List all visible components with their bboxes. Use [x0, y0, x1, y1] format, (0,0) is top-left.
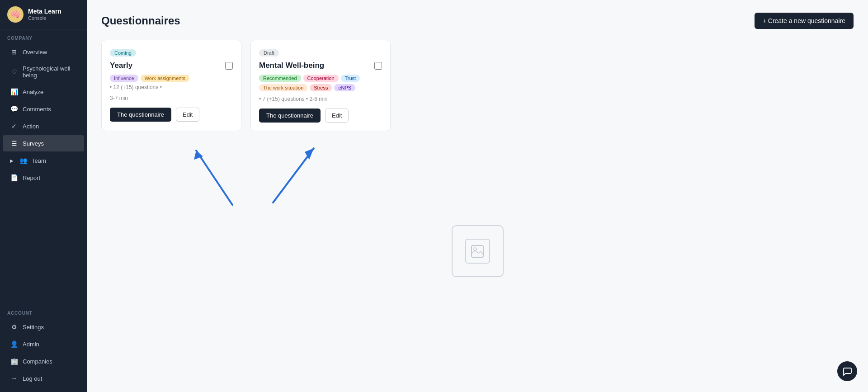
card-title-mental: Mental Well-being: [259, 61, 324, 70]
action-icon: ✓: [10, 122, 18, 130]
analyze-icon: 📊: [10, 88, 18, 96]
bullet: •: [110, 84, 113, 90]
questions-info-mental: 7 (+15) questions: [263, 96, 305, 102]
placeholder-area: [101, 225, 854, 277]
svg-point-5: [474, 248, 476, 250]
section-label-company: COMPANY: [0, 29, 87, 43]
sidebar-item-analyze[interactable]: 📊 Analyze: [3, 84, 84, 100]
card-actions-yearly: The questionnaire Edit: [110, 108, 233, 122]
placeholder-icon: [465, 239, 490, 264]
sidebar-item-label: Comments: [23, 106, 51, 113]
comments-icon: 💬: [10, 105, 18, 113]
card-status-yearly: Coming: [110, 48, 233, 57]
sidebar-item-label: Log out: [23, 375, 42, 382]
sidebar-item-label: Overview: [23, 49, 47, 56]
sidebar-item-label: Surveys: [23, 140, 44, 147]
bullet2-mental: •: [306, 96, 310, 102]
sidebar-item-overview[interactable]: ⊞ Overview: [3, 44, 84, 60]
sidebar-item-label: Report: [23, 175, 40, 181]
team-icon: 👥: [19, 156, 27, 165]
main-content: Questionnaires + Create a new questionna…: [87, 0, 868, 392]
arrows-annotation: [101, 135, 440, 216]
sidebar-item-label: Admin: [23, 341, 39, 348]
logo-avatar: 🧠: [7, 6, 24, 23]
app-subtitle: Console: [28, 15, 61, 21]
tag-influence: Influence: [110, 75, 138, 82]
status-badge-coming: Coming: [110, 49, 136, 57]
psychological-icon: ♡: [10, 68, 18, 76]
card-title-row-yearly: Yearly: [110, 61, 233, 70]
questions-info-yearly: 12 (+15) questions: [113, 84, 159, 90]
bullet-mental: •: [259, 96, 263, 102]
card-checkbox-yearly[interactable]: [225, 62, 233, 70]
sidebar-item-label: Analyze: [23, 89, 43, 95]
questionnaire-button-mental[interactable]: The questionnaire: [259, 109, 321, 123]
arrows-svg: [101, 135, 440, 216]
sidebar-item-team[interactable]: ▶ 👥 Team: [3, 152, 84, 169]
sidebar-item-report[interactable]: 📄 Report: [3, 170, 84, 186]
card-checkbox-mental[interactable]: [374, 62, 382, 70]
tag-work-situation: The work situation: [259, 84, 307, 91]
tag-cooperation: Cooperation: [303, 75, 339, 82]
sidebar-item-settings[interactable]: ⚙ Settings: [3, 319, 84, 335]
card-tags-mental: Recommended Cooperation Trust The work s…: [259, 75, 382, 91]
admin-icon: 👤: [10, 340, 18, 348]
card-title-yearly: Yearly: [110, 61, 132, 70]
tag-recommended: Recommended: [259, 75, 301, 82]
time-info-mental: 2-6 min: [310, 96, 328, 102]
svg-rect-4: [472, 246, 483, 257]
tag-work-assignments: Work assignments: [141, 75, 189, 82]
sidebar-item-label: Psychological well-being: [23, 65, 77, 79]
surveys-icon: ☰: [10, 139, 18, 147]
card-status-mental: Draft: [259, 48, 382, 57]
sidebar-item-logout[interactable]: → Log out: [3, 370, 84, 387]
tag-trust: Trust: [341, 75, 360, 82]
questionnaire-card-yearly: Coming Yearly Influence Work assignments…: [101, 40, 241, 131]
sidebar-item-label: Action: [23, 123, 39, 130]
settings-icon: ⚙: [10, 323, 18, 331]
sidebar-item-label: Companies: [23, 358, 52, 365]
page-header: Questionnaires + Create a new questionna…: [101, 13, 854, 29]
app-logo: 🧠 Meta Learn Console: [0, 0, 87, 29]
sidebar-item-surveys[interactable]: ☰ Surveys: [3, 135, 84, 151]
chat-fab-button[interactable]: [837, 361, 857, 381]
section-label-account: ACCOUNT: [0, 304, 87, 318]
tag-stress: Stress: [310, 84, 332, 91]
chevron-right-icon: ▶: [10, 158, 14, 163]
tag-enps: eNPS: [334, 84, 355, 91]
card-tags-yearly: Influence Work assignments • 12 (+15) qu…: [110, 75, 233, 90]
questionnaire-card-mental: Draft Mental Well-being Recommended Coop…: [250, 40, 391, 131]
card-actions-mental: The questionnaire Edit: [259, 109, 382, 123]
sidebar: 🧠 Meta Learn Console COMPANY ⊞ Overview …: [0, 0, 87, 392]
app-name: Meta Learn: [28, 8, 61, 15]
card-title-row-mental: Mental Well-being: [259, 61, 382, 70]
sidebar-item-companies[interactable]: 🏢 Companies: [3, 353, 84, 369]
sidebar-item-psychological[interactable]: ♡ Psychological well-being: [3, 61, 84, 83]
time-info-yearly: 3-7 min: [110, 95, 233, 101]
edit-button-mental[interactable]: Edit: [325, 109, 349, 123]
page-title: Questionnaires: [101, 14, 180, 27]
edit-button-yearly[interactable]: Edit: [176, 108, 199, 122]
sidebar-item-action[interactable]: ✓ Action: [3, 118, 84, 134]
questionnaire-button-yearly[interactable]: The questionnaire: [110, 108, 171, 122]
questionnaires-list: Coming Yearly Influence Work assignments…: [101, 40, 854, 131]
status-badge-draft: Draft: [259, 49, 279, 57]
bullet2: •: [160, 84, 162, 90]
sidebar-item-comments[interactable]: 💬 Comments: [3, 101, 84, 117]
sidebar-item-label: Team: [32, 157, 46, 164]
sidebar-item-admin[interactable]: 👤 Admin: [3, 336, 84, 352]
report-icon: 📄: [10, 174, 18, 182]
logout-icon: →: [10, 374, 18, 383]
image-placeholder-icon: [471, 245, 484, 258]
chat-icon: [842, 366, 852, 376]
sidebar-item-label: Settings: [23, 324, 44, 331]
companies-icon: 🏢: [10, 357, 18, 365]
overview-icon: ⊞: [10, 48, 18, 56]
svg-line-0: [196, 151, 232, 205]
placeholder-box: [452, 225, 504, 277]
create-questionnaire-button[interactable]: + Create a new questionnaire: [755, 13, 854, 29]
card-meta-mental: • 7 (+15) questions • 2-6 min: [259, 96, 382, 102]
